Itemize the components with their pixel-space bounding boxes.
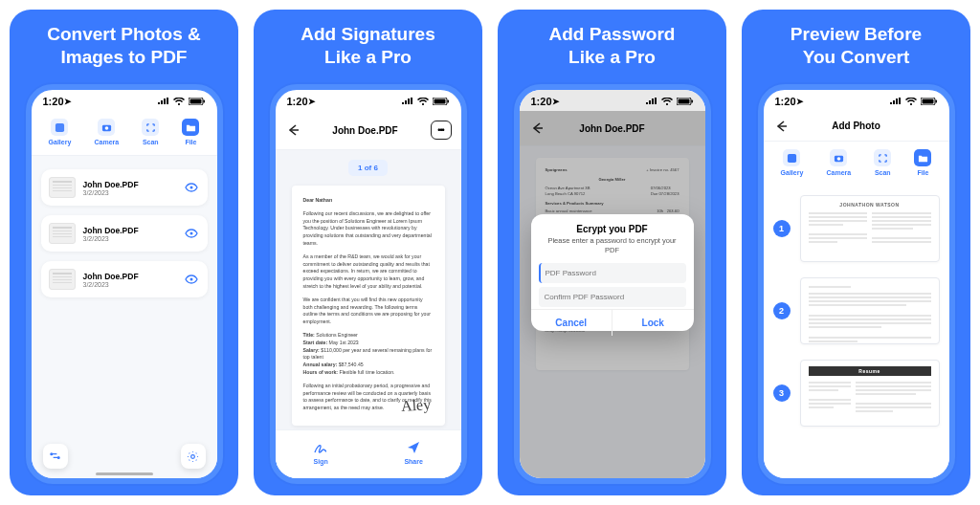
svg-point-9 — [191, 454, 195, 458]
status-time: 1:20 — [287, 96, 308, 107]
status-time: 1:20 — [43, 96, 64, 107]
battery-icon — [921, 98, 938, 105]
doc-thumb-icon — [49, 269, 76, 290]
phone-mockup: 1:20 ➤ Add Photo Gallery Camera Scan Fil… — [758, 84, 955, 484]
status-bar: 1:20 ➤ — [32, 90, 217, 111]
feature-panel-preview: Preview Before You Convert 1:20 ➤ Add Ph… — [742, 10, 970, 495]
camera-icon — [830, 149, 847, 166]
doc-content: Dear Nathan Following our recent discuss… — [303, 197, 434, 412]
gallery-icon — [783, 149, 800, 166]
signal-icon — [646, 98, 657, 105]
file-row[interactable]: John Doe.PDF3/2/2023 — [41, 261, 208, 297]
scan-icon — [142, 119, 159, 136]
toolbar-gallery[interactable]: Gallery — [49, 119, 72, 145]
preview-button[interactable] — [183, 225, 200, 242]
wifi-icon — [417, 98, 429, 105]
preview-button[interactable] — [183, 271, 200, 288]
location-arrow-icon: ➤ — [796, 97, 804, 106]
file-date: 3/2/2023 — [83, 189, 175, 196]
status-bar: 1:20 ➤ — [520, 90, 705, 111]
source-toolbar: Gallery Camera Scan File — [764, 142, 949, 186]
status-time: 1:20 — [775, 96, 796, 107]
toolbar-file[interactable]: File — [914, 149, 931, 176]
svg-rect-12 — [447, 100, 449, 103]
share-button[interactable]: Share — [404, 440, 422, 465]
home-indicator — [96, 472, 153, 475]
svg-rect-14 — [678, 99, 689, 104]
svg-point-5 — [104, 126, 108, 130]
back-button[interactable] — [773, 119, 789, 134]
phone-mockup: 1:20 ➤ John Doe.PDF Spotgreens+ Invoice … — [514, 84, 711, 484]
signature: Aley — [401, 396, 432, 415]
order-badge: 2 — [773, 302, 791, 319]
toolbar-file[interactable]: File — [182, 119, 199, 145]
doc-title: John Doe.PDF — [332, 125, 397, 136]
preview-item[interactable]: 1 JOHNATHON WATSON — [773, 195, 940, 262]
folder-icon — [182, 119, 199, 136]
file-date: 3/2/2023 — [83, 235, 175, 242]
panel-title: Preview Before You Convert — [791, 23, 922, 71]
screen-header: Add Photo — [764, 111, 949, 142]
status-time: 1:20 — [531, 96, 552, 107]
folder-icon — [914, 149, 931, 166]
source-toolbar: Gallery Camera Scan File — [32, 111, 217, 156]
toolbar-scan[interactable]: Scan — [142, 119, 159, 145]
lock-button[interactable]: Lock — [612, 310, 694, 336]
location-arrow-icon: ➤ — [552, 97, 560, 106]
document-page[interactable]: Dear Nathan Following our recent discuss… — [292, 186, 445, 426]
preview-button[interactable] — [183, 179, 200, 196]
more-button[interactable]: ••• — [431, 121, 452, 140]
svg-point-8 — [189, 278, 192, 281]
file-row[interactable]: John Doe.PDF3/2/2023 — [41, 215, 208, 252]
file-name: John Doe.PDF — [83, 180, 175, 189]
file-name: John Doe.PDF — [83, 226, 175, 235]
preview-list: 1 JOHNATHON WATSON 2 — [764, 186, 949, 451]
feature-panel-convert: Convert Photos & Images to PDF 1:20 ➤ Ga… — [10, 10, 238, 495]
toolbar-gallery[interactable]: Gallery — [781, 149, 804, 176]
svg-rect-19 — [788, 153, 796, 162]
svg-point-21 — [836, 157, 840, 161]
feature-panel-signature: Add Signatures Like a Pro 1:20 ➤ John Do… — [254, 10, 482, 495]
file-date: 3/2/2023 — [83, 281, 175, 288]
status-bar: 1:20 ➤ — [276, 90, 461, 111]
svg-rect-15 — [691, 100, 693, 103]
doc-preview — [800, 277, 940, 344]
toolbar-camera[interactable]: Camera — [826, 149, 851, 176]
panel-title: Convert Photos & Images to PDF — [47, 23, 200, 71]
camera-icon — [98, 119, 115, 136]
svg-rect-17 — [922, 99, 933, 104]
svg-rect-18 — [935, 100, 937, 103]
doc-thumb-icon — [49, 177, 76, 198]
phone-mockup: 1:20 ➤ Gallery Camera Scan File — [26, 84, 223, 484]
svg-rect-2 — [203, 100, 205, 103]
sign-button[interactable]: Sign — [313, 440, 328, 465]
filter-button[interactable] — [43, 444, 68, 469]
modal-subtitle: Please enter a password to encrypt your … — [531, 236, 694, 261]
signal-icon — [158, 98, 169, 105]
scan-icon — [874, 149, 891, 166]
doc-header: John Doe.PDF ••• — [276, 111, 461, 150]
doc-preview: Resume — [800, 360, 940, 427]
preview-item[interactable]: 3 Resume — [773, 360, 940, 427]
settings-button[interactable] — [181, 444, 206, 469]
signal-icon — [402, 98, 413, 105]
back-button[interactable] — [529, 121, 545, 136]
password-input[interactable] — [539, 263, 686, 283]
action-footer: Sign Share — [276, 429, 461, 478]
order-badge: 1 — [773, 220, 791, 237]
svg-rect-3 — [56, 122, 64, 131]
file-row[interactable]: John Doe.PDF3/2/2023 — [41, 169, 208, 206]
battery-icon — [677, 98, 694, 105]
order-badge: 3 — [773, 384, 791, 402]
location-arrow-icon: ➤ — [308, 97, 316, 106]
page-indicator: 1 of 6 — [348, 160, 388, 176]
cancel-button[interactable]: Cancel — [531, 310, 613, 336]
svg-point-6 — [189, 187, 192, 189]
doc-preview: JOHNATHON WATSON — [800, 195, 940, 262]
confirm-password-input[interactable] — [539, 287, 686, 307]
modal-title: Ecrypt you PDF — [531, 214, 694, 236]
toolbar-camera[interactable]: Camera — [94, 119, 119, 145]
preview-item[interactable]: 2 — [773, 277, 940, 344]
back-button[interactable] — [285, 122, 301, 138]
toolbar-scan[interactable]: Scan — [874, 149, 891, 176]
